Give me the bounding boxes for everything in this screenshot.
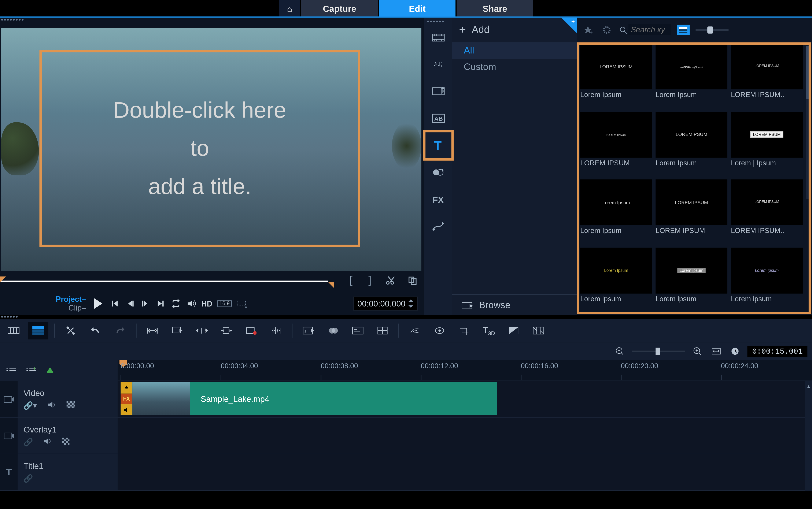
fit-timeline-button[interactable] xyxy=(710,342,723,360)
assets-scrollbar[interactable] xyxy=(806,46,811,199)
library-tab-fx[interactable]: FX xyxy=(424,186,452,213)
zoom-timecode[interactable]: 0:00:15.001 xyxy=(748,346,807,357)
tracking-button[interactable] xyxy=(430,322,450,339)
settings-icon[interactable] xyxy=(600,23,613,36)
link-icon[interactable]: 🔗 xyxy=(24,474,33,483)
goto-end-button[interactable] xyxy=(153,295,168,312)
thumbnail-size-slider[interactable] xyxy=(696,29,729,31)
goto-start-button[interactable] xyxy=(107,295,123,312)
mark-in-button[interactable]: [ xyxy=(350,274,353,286)
overlay-track-icon[interactable] xyxy=(0,418,18,453)
title-preset[interactable]: Lorem IpsumLorem ipsum xyxy=(580,247,652,313)
library-tab-title[interactable]: T xyxy=(424,132,452,159)
toggle-tracks-button[interactable] xyxy=(46,367,54,374)
title-preset[interactable]: Lorem ipsumLorem ipsum xyxy=(655,247,727,313)
link-icon[interactable]: 🔗 xyxy=(24,438,33,447)
tab-edit[interactable]: Edit xyxy=(379,0,455,16)
title-track-icon[interactable]: T xyxy=(0,454,18,490)
insert-button[interactable] xyxy=(167,322,187,339)
video-track-icon[interactable] xyxy=(0,381,18,417)
3dtitle-button[interactable]: T3D xyxy=(479,322,499,339)
zoom-in-button[interactable] xyxy=(691,342,704,360)
thumbnail-view-button[interactable] xyxy=(677,24,689,35)
hd-toggle[interactable]: HD xyxy=(201,299,212,308)
title-safe-box[interactable]: Double-click here to add a title. xyxy=(39,50,360,247)
preview-viewport[interactable]: Double-click here to add a title. xyxy=(1,28,421,271)
time-ruler[interactable]: 0:00:00.0000:00:04.0000:00:08.0000:00:12… xyxy=(118,360,812,381)
tab-share[interactable]: Share xyxy=(457,0,533,16)
undo-button[interactable] xyxy=(86,322,105,339)
fx-disable-icon[interactable] xyxy=(62,438,71,447)
split-screen-button[interactable] xyxy=(528,322,549,339)
browse-button[interactable]: Browse xyxy=(452,294,577,315)
title-preset[interactable]: LOREM IPSUMLOREM IPSUM xyxy=(580,111,652,177)
slide-button[interactable] xyxy=(217,322,237,339)
tab-home[interactable]: ⌂ xyxy=(279,0,300,16)
video-clip[interactable]: ★ FX Sample_Lake.mp4 xyxy=(121,382,497,415)
title-preset[interactable]: LOREM IPSUMLOREM IPSUM.. xyxy=(731,43,803,109)
tools-button[interactable] xyxy=(61,322,81,339)
library-tab-overlay[interactable] xyxy=(424,159,452,186)
category-custom[interactable]: Custom xyxy=(452,59,577,75)
crop-button[interactable] xyxy=(454,322,474,339)
search-input[interactable] xyxy=(628,24,671,35)
title-preset[interactable]: LOREM IPSUMLOREM IPSUM xyxy=(655,179,727,245)
video-track-header[interactable]: Video 🔗▾ xyxy=(18,381,118,417)
title-preset[interactable]: Lorem IpsumLorem Ipsum xyxy=(580,179,652,245)
title-preset[interactable]: Lorem IpsumLorem Ipsum xyxy=(655,43,727,109)
pin-icon[interactable] xyxy=(561,18,577,33)
mode-project[interactable]: Project– xyxy=(56,295,86,304)
favorite-add-icon[interactable]: + xyxy=(582,23,594,36)
aspect-ratio-label[interactable]: 16:9 xyxy=(217,300,232,307)
title-preset[interactable]: LOREM PSUMLorem Ipsum xyxy=(655,111,727,177)
timeline-vscroll[interactable]: ▲ xyxy=(805,381,812,490)
title-preset[interactable]: LOREM IPSUMLorem Ipsum xyxy=(580,43,652,109)
mute-icon[interactable] xyxy=(47,401,56,410)
library-tab-path[interactable] xyxy=(424,213,452,240)
speed-button[interactable] xyxy=(405,322,425,339)
library-tab-media[interactable] xyxy=(424,24,452,50)
track-manager-button[interactable] xyxy=(6,367,17,375)
overlay-track-header[interactable]: Overlay1 🔗 xyxy=(18,418,118,453)
trim-end-handle[interactable] xyxy=(328,282,334,288)
volume-button[interactable] xyxy=(184,295,199,312)
library-tab-sound[interactable]: ♪♫ xyxy=(424,50,452,77)
fx-disable-icon[interactable] xyxy=(66,401,75,410)
category-add-button[interactable]: + Add xyxy=(452,18,577,42)
slip-button[interactable] xyxy=(192,322,212,339)
link-icon[interactable]: 🔗▾ xyxy=(24,401,37,410)
title-preset[interactable]: LOREM IPSUMLOREM IPSUM.. xyxy=(731,179,803,245)
prev-frame-button[interactable] xyxy=(123,295,138,312)
resize-options-button[interactable] xyxy=(234,295,250,312)
audio-mixer-button[interactable] xyxy=(266,322,286,339)
title-preset[interactable]: Lorem ipsumLorem ipsum xyxy=(731,247,803,313)
mode-clip[interactable]: Clip– xyxy=(68,304,86,312)
split-clip-button[interactable] xyxy=(386,275,397,286)
multicam-button[interactable] xyxy=(372,322,393,339)
title-track-header[interactable]: Title1 🔗 xyxy=(18,454,118,490)
fit-clip-button[interactable] xyxy=(142,322,162,339)
category-all[interactable]: All xyxy=(452,42,577,59)
play-button[interactable] xyxy=(90,295,107,312)
tab-capture[interactable]: Capture xyxy=(301,0,378,16)
trim-start-handle[interactable] xyxy=(0,276,6,282)
next-frame-button[interactable] xyxy=(138,295,153,312)
mask-button[interactable] xyxy=(504,322,524,339)
copy-button[interactable] xyxy=(407,275,418,286)
redo-button[interactable] xyxy=(110,322,130,339)
zoom-slider[interactable] xyxy=(632,350,685,352)
library-tab-caption[interactable]: AB xyxy=(424,105,452,132)
loop-button[interactable] xyxy=(168,295,184,312)
scrub-bar[interactable] xyxy=(1,280,328,282)
zoom-out-button[interactable] xyxy=(613,342,626,360)
record-button[interactable] xyxy=(241,322,261,339)
library-tab-transition[interactable] xyxy=(424,77,452,105)
mute-icon[interactable] xyxy=(43,438,52,447)
title-preset[interactable]: LOREM PSUMLorem | Ipsum xyxy=(731,111,803,177)
blend-button[interactable] xyxy=(323,322,343,339)
project-duration-icon[interactable] xyxy=(729,342,742,360)
timecode-field[interactable]: 00:00:00.000 xyxy=(353,297,418,311)
timeline-view-button[interactable] xyxy=(28,322,48,339)
mark-out-button[interactable]: ] xyxy=(368,274,371,286)
storyboard-view-button[interactable] xyxy=(4,322,24,339)
